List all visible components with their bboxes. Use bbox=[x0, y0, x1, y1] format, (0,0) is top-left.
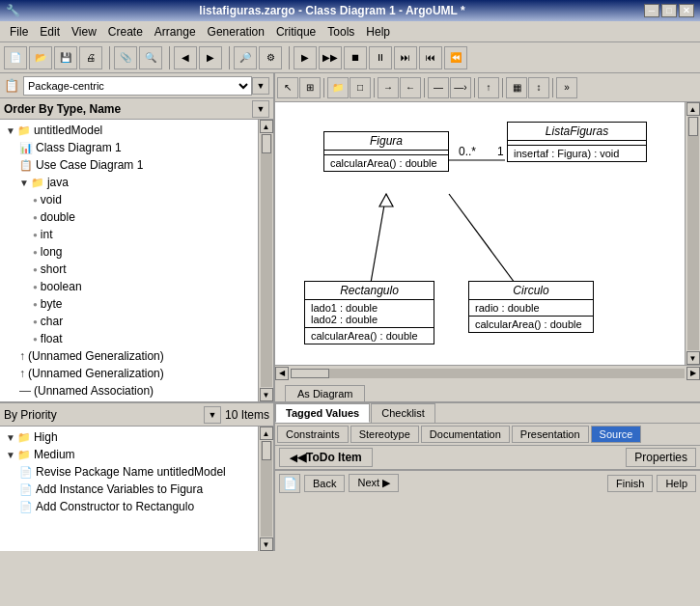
tree-item-void[interactable]: ● void bbox=[2, 191, 256, 208]
menu-tools[interactable]: Tools bbox=[322, 23, 360, 41]
tree-item-untitledModel[interactable]: ▼ 📁 untitledModel bbox=[2, 122, 256, 139]
arrow-right[interactable]: → bbox=[378, 77, 399, 98]
menu-view[interactable]: View bbox=[66, 23, 102, 41]
tb-run7[interactable]: ⏪ bbox=[444, 46, 467, 69]
todo-scrollbar[interactable]: ▲ ▼ bbox=[258, 427, 273, 551]
tb-run1[interactable]: ▶ bbox=[294, 46, 317, 69]
tree-item-unnamed-gen2[interactable]: ↑ (Unnamed Generalization) bbox=[2, 365, 256, 382]
tree-view[interactable]: ▼ 📁 untitledModel 📊 Class Diagram 1 📋 Us… bbox=[0, 120, 258, 401]
order-expand[interactable]: ▼ bbox=[252, 100, 269, 118]
canvas-scroll-right[interactable]: ▶ bbox=[686, 367, 700, 380]
as-diagram-tab[interactable]: As Diagram bbox=[285, 385, 365, 401]
tree-item-double[interactable]: ● double bbox=[2, 208, 256, 226]
forward-btn[interactable]: ▶ bbox=[199, 46, 222, 69]
tb-run2[interactable]: ▶▶ bbox=[319, 46, 342, 69]
tb-find[interactable]: 🔎 bbox=[234, 46, 257, 69]
menu-edit[interactable]: Edit bbox=[34, 23, 66, 41]
tree-item-unnamed-gen1[interactable]: ↑ (Unnamed Generalization) bbox=[2, 347, 256, 365]
scroll-thumb[interactable] bbox=[262, 134, 271, 153]
tree-scrollbar[interactable]: ▲ ▼ bbox=[258, 120, 273, 401]
priority-dropdown[interactable]: ▼ bbox=[204, 406, 221, 424]
todo-scroll-up[interactable]: ▲ bbox=[260, 427, 273, 440]
todo-scroll-down[interactable]: ▼ bbox=[260, 537, 273, 551]
menu-generation[interactable]: Generation bbox=[202, 23, 270, 41]
tree-item-char[interactable]: ● char bbox=[2, 313, 256, 330]
tree-item-float[interactable]: ● float bbox=[2, 330, 256, 347]
tree-item-figura[interactable]: ▶ 📁 Figura bbox=[2, 399, 256, 401]
canvas-scroll-thumb[interactable] bbox=[688, 117, 698, 136]
tab-tagged-values[interactable]: Tagged Values bbox=[275, 403, 370, 423]
todo-item-medium[interactable]: ▼ 📁 Medium bbox=[2, 446, 256, 463]
tb-run6[interactable]: ⏮ bbox=[419, 46, 442, 69]
todo-item-add-constructor[interactable]: 📄 Add Constructor to Rectangulo bbox=[2, 498, 256, 515]
arrow-left[interactable]: ← bbox=[400, 77, 421, 98]
create-package[interactable]: 📁 bbox=[327, 77, 349, 98]
save-button[interactable]: 💾 bbox=[54, 46, 77, 69]
menu-file[interactable]: File bbox=[4, 23, 34, 41]
properties-button[interactable]: Properties bbox=[626, 448, 696, 467]
subtab-constraints[interactable]: Constraints bbox=[277, 426, 349, 443]
nav-icon[interactable]: 📄 bbox=[279, 474, 300, 493]
canvas-scroll-left[interactable]: ◀ bbox=[275, 367, 289, 380]
package-dropdown[interactable]: Package-centric bbox=[23, 76, 252, 96]
menu-arrange[interactable]: Arrange bbox=[149, 23, 202, 41]
next-button[interactable]: Next ▶ bbox=[349, 474, 399, 492]
tree-item-unnamed-assoc[interactable]: — (Unnamed Association) bbox=[2, 382, 256, 399]
print-button[interactable]: 🖨 bbox=[79, 46, 102, 69]
close-button[interactable]: ✕ bbox=[679, 4, 694, 17]
canvas-scroll-down[interactable]: ▼ bbox=[686, 351, 700, 365]
tab-checklist[interactable]: Checklist bbox=[371, 403, 435, 423]
line1[interactable]: — bbox=[428, 77, 449, 98]
subtab-stereotype[interactable]: Stereotype bbox=[350, 426, 419, 443]
tree-item-long[interactable]: ● long bbox=[2, 243, 256, 261]
todo-scroll-thumb[interactable] bbox=[262, 441, 271, 460]
tree-item-byte[interactable]: ● byte bbox=[2, 295, 256, 313]
canvas-scroll-up[interactable]: ▲ bbox=[686, 102, 700, 116]
layout1[interactable]: ▦ bbox=[506, 77, 527, 98]
class-listafiguras[interactable]: ListaFiguras insertaf : Figura) : void bbox=[507, 122, 647, 162]
menu-help[interactable]: Help bbox=[360, 23, 396, 41]
subtab-presentation[interactable]: Presentation bbox=[512, 426, 589, 443]
tree-item-int[interactable]: ● int bbox=[2, 226, 256, 243]
menu-create[interactable]: Create bbox=[102, 23, 149, 41]
back-button[interactable]: Back bbox=[304, 475, 345, 492]
scroll-up-arrow[interactable]: ▲ bbox=[260, 120, 273, 133]
tree-item-classdiagram1[interactable]: 📊 Class Diagram 1 bbox=[2, 139, 256, 156]
todo-list[interactable]: ▼ 📁 High ▼ 📁 Medium 📄 Revise Package Nam… bbox=[0, 427, 258, 551]
todo-item-revise[interactable]: 📄 Revise Package Name untitledModel bbox=[2, 463, 256, 481]
tb-settings[interactable]: ⚙ bbox=[259, 46, 282, 69]
class-circulo[interactable]: Circulo radio : double calcularArea() : … bbox=[468, 281, 594, 333]
tb-run3[interactable]: ⏹ bbox=[344, 46, 367, 69]
finish-button[interactable]: Finish bbox=[607, 475, 653, 492]
class-figura[interactable]: Figura calcularArea() : double bbox=[323, 131, 449, 172]
tb-run5[interactable]: ⏭ bbox=[394, 46, 417, 69]
open-button[interactable]: 📂 bbox=[29, 46, 52, 69]
todo-item-label[interactable]: ◀ ToDo Item bbox=[279, 448, 373, 467]
line2[interactable]: —› bbox=[450, 77, 471, 98]
layout2[interactable]: ↕ bbox=[528, 77, 549, 98]
tree-item-boolean[interactable]: ● boolean bbox=[2, 278, 256, 295]
todo-item-high[interactable]: ▼ 📁 High bbox=[2, 428, 256, 446]
package-expand[interactable]: ▼ bbox=[252, 77, 269, 95]
canvas-h-scrollbar[interactable]: ◀ ▶ bbox=[275, 365, 700, 380]
maximize-button[interactable]: □ bbox=[661, 4, 677, 17]
tree-item-usecasediagram1[interactable]: 📋 Use Case Diagram 1 bbox=[2, 156, 256, 174]
toolbar-btn5[interactable]: 📎 bbox=[114, 46, 137, 69]
canvas-scrollbar[interactable]: ▲ ▼ bbox=[685, 102, 700, 365]
minimize-button[interactable]: ─ bbox=[644, 4, 659, 17]
new-button[interactable]: 📄 bbox=[4, 46, 27, 69]
up-arrow[interactable]: ↑ bbox=[478, 77, 499, 98]
menu-critique[interactable]: Critique bbox=[270, 23, 322, 41]
diagram-scroll-area[interactable]: 0..* 1 Figura calcularArea() : double bbox=[275, 102, 685, 365]
h-scroll-thumb[interactable] bbox=[291, 369, 329, 378]
class-rectangulo[interactable]: Rectangulo lado1 : doublelado2 : double … bbox=[304, 281, 434, 344]
tree-item-java[interactable]: ▼ 📁 java bbox=[2, 174, 256, 191]
tab-tool[interactable]: ⊞ bbox=[299, 77, 321, 98]
subtab-source[interactable]: Source bbox=[591, 426, 642, 443]
expand-btn[interactable]: » bbox=[556, 77, 577, 98]
scroll-down-arrow[interactable]: ▼ bbox=[260, 388, 273, 401]
select-tool[interactable]: ↖ bbox=[277, 77, 298, 98]
toolbar-btn6[interactable]: 🔍 bbox=[139, 46, 162, 69]
back-btn[interactable]: ◀ bbox=[174, 46, 197, 69]
todo-item-add-instance[interactable]: 📄 Add Instance Variables to Figura bbox=[2, 481, 256, 498]
